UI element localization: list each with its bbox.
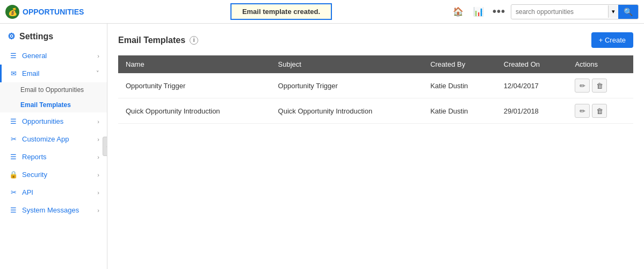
search-bar: ▾ 🔍 (511, 4, 639, 19)
table-body: Opportunity Trigger Opportunity Trigger … (118, 73, 633, 124)
sidebar-item-general[interactable]: ☰ General › (0, 47, 107, 65)
home-button[interactable]: 🏠 (450, 3, 467, 20)
cell-created-on: 12/04/2017 (496, 73, 568, 98)
sidebar-customize-label: Customize App (22, 135, 93, 143)
search-input[interactable] (511, 5, 608, 18)
sidebar-title: ⚙ Settings (0, 24, 107, 47)
chevron-right-icon-5: › (97, 172, 99, 178)
customize-icon: ✂ (9, 135, 18, 143)
delete-button[interactable]: 🗑 (592, 79, 607, 93)
content-header: Email Templates i + Create (118, 32, 633, 48)
content-title: Email Templates i (118, 36, 198, 45)
col-created-on: Created On (496, 55, 568, 73)
top-nav: 💰 OPPORTUNITIES Email template created. … (0, 0, 644, 24)
sidebar-item-customize-app[interactable]: ✂ Customize App › (0, 130, 107, 148)
chevron-right-icon-6: › (97, 189, 99, 196)
toast-message: Email template created. (230, 3, 332, 20)
search-dropdown-button[interactable]: ▾ (608, 5, 618, 18)
cell-name: Quick Opportunity Introduction (118, 98, 271, 124)
chevron-right-icon: › (97, 53, 99, 59)
nav-center: Email template created. (113, 3, 450, 20)
sidebar-sub-email-to-opportunities[interactable]: Email to Opportunities (20, 82, 107, 97)
sidebar-api-label: API (22, 188, 93, 196)
email-submenu: Email to Opportunities Email Templates (0, 82, 107, 112)
sidebar-item-opportunities[interactable]: ☰ Opportunities › (0, 112, 107, 130)
chevron-right-icon-3: › (97, 136, 99, 143)
cell-created-by: Katie Dustin (423, 98, 496, 124)
edit-button[interactable]: ✏ (575, 79, 590, 93)
cell-actions: ✏ 🗑 (567, 98, 633, 124)
cell-actions: ✏ 🗑 (567, 73, 633, 98)
sidebar-collapse-handle[interactable]: ‹ (103, 137, 107, 156)
sidebar-reports-label: Reports (22, 153, 93, 161)
email-icon: ✉ (9, 69, 18, 77)
main-layout: ⚙ Settings ☰ General › ✉ Email ˅ Email t… (0, 24, 644, 269)
app-name: OPPORTUNITIES (23, 8, 84, 16)
sidebar: ⚙ Settings ☰ General › ✉ Email ˅ Email t… (0, 24, 107, 269)
reports-icon: ☰ (9, 153, 18, 161)
chevron-down-icon: ˅ (96, 70, 99, 77)
more-button[interactable]: ••• (490, 3, 508, 20)
sidebar-item-email[interactable]: ✉ Email ˅ (0, 65, 107, 82)
sidebar-item-security[interactable]: 🔒 Security › (0, 166, 107, 183)
col-subject: Subject (271, 55, 423, 73)
sidebar-general-label: General (22, 52, 93, 60)
sidebar-title-label: Settings (19, 32, 53, 41)
info-icon[interactable]: i (190, 36, 198, 45)
create-button[interactable]: + Create (591, 32, 633, 48)
col-created-by: Created By (423, 55, 496, 73)
security-icon: 🔒 (9, 171, 18, 179)
cell-subject: Opportunity Trigger (271, 73, 423, 98)
sidebar-email-label: Email (22, 69, 92, 77)
table-row: Quick Opportunity Introduction Quick Opp… (118, 98, 633, 124)
cell-name: Opportunity Trigger (118, 73, 271, 98)
api-icon: ✂ (9, 188, 18, 196)
sidebar-opportunities-label: Opportunities (22, 117, 93, 125)
settings-icon: ⚙ (8, 31, 15, 41)
search-go-button[interactable]: 🔍 (618, 5, 638, 19)
email-templates-table: Name Subject Created By Created On Actio… (118, 55, 633, 124)
chevron-right-icon-2: › (97, 118, 99, 125)
app-logo-icon: 💰 (5, 5, 19, 19)
sidebar-sub-email-templates[interactable]: Email Templates (20, 97, 107, 112)
content-area: Email Templates i + Create Name Subject … (107, 24, 644, 269)
delete-button[interactable]: 🗑 (592, 104, 607, 118)
cell-created-on: 29/01/2018 (496, 98, 568, 124)
cell-created-by: Katie Dustin (423, 73, 496, 98)
table-head: Name Subject Created By Created On Actio… (118, 55, 633, 73)
email-templates-label: Email Templates (20, 101, 71, 109)
email-to-opp-label: Email to Opportunities (20, 86, 84, 94)
chevron-right-icon-7: › (97, 207, 99, 214)
edit-button[interactable]: ✏ (575, 104, 590, 118)
table-header-row: Name Subject Created By Created On Actio… (118, 55, 633, 73)
col-actions: Actions (567, 55, 633, 73)
sidebar-item-system-messages[interactable]: ☰ System Messages › (0, 201, 107, 219)
opportunities-icon: ☰ (9, 117, 18, 125)
chart-button[interactable]: 📊 (470, 3, 487, 20)
cell-subject: Quick Opportunity Introduction (271, 98, 423, 124)
sidebar-item-api[interactable]: ✂ API › (0, 183, 107, 201)
sidebar-item-reports[interactable]: ☰ Reports › (0, 148, 107, 166)
app-logo[interactable]: 💰 OPPORTUNITIES (5, 5, 113, 19)
table-row: Opportunity Trigger Opportunity Trigger … (118, 73, 633, 98)
nav-right: 🏠 📊 ••• ▾ 🔍 (450, 3, 639, 20)
col-name: Name (118, 55, 271, 73)
sidebar-security-label: Security (22, 171, 93, 179)
chevron-right-icon-4: › (97, 154, 99, 160)
general-icon: ☰ (9, 52, 18, 60)
sidebar-system-messages-label: System Messages (22, 206, 93, 214)
page-title: Email Templates (118, 36, 185, 45)
system-messages-icon: ☰ (9, 206, 18, 214)
